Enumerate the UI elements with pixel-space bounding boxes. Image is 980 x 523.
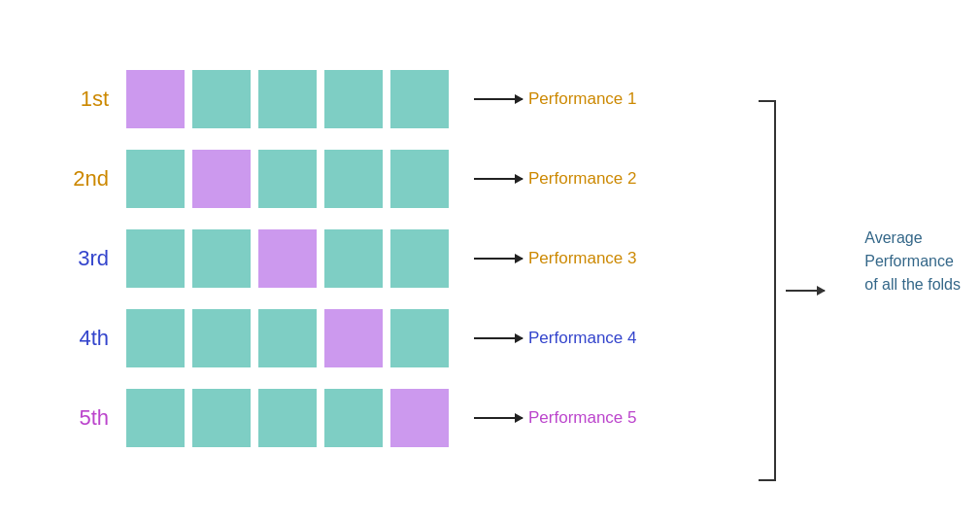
block-5-5 <box>389 387 451 449</box>
arrow-line-1 <box>474 98 523 100</box>
perf-label-1: Performance 1 <box>528 89 637 109</box>
arrow-perf-4: Performance 4 <box>474 329 637 348</box>
bracket <box>759 100 776 481</box>
block-2-2 <box>190 148 253 210</box>
fold-blocks-2 <box>124 148 451 210</box>
fold-row-5: 5thPerformance 5 <box>58 387 637 449</box>
block-3-5 <box>389 227 451 290</box>
block-4-5 <box>389 307 451 369</box>
arrow-perf-1: Performance 1 <box>474 89 637 109</box>
block-1-5 <box>389 68 451 130</box>
perf-label-5: Performance 5 <box>528 408 637 428</box>
perf-label-4: Performance 4 <box>528 329 637 348</box>
fold-blocks-1 <box>124 68 451 130</box>
block-3-1 <box>124 227 186 290</box>
fold-row-4: 4thPerformance 4 <box>58 307 637 369</box>
fold-blocks-3 <box>124 227 451 290</box>
arrow-line-4 <box>474 337 523 339</box>
fold-row-1: 1stPerformance 1 <box>58 68 637 130</box>
bracket-arrow-line <box>786 290 825 292</box>
bracket-arrow <box>786 290 825 292</box>
block-5-3 <box>256 387 319 449</box>
block-5-2 <box>190 387 253 449</box>
arrow-perf-5: Performance 5 <box>474 408 637 428</box>
block-4-1 <box>124 307 186 369</box>
block-2-1 <box>124 148 186 210</box>
block-1-2 <box>190 68 253 130</box>
arrow-perf-2: Performance 2 <box>474 169 637 189</box>
block-4-2 <box>190 307 253 369</box>
rows-container: 1stPerformance 12ndPerformance 23rdPerfo… <box>58 68 637 449</box>
block-5-1 <box>124 387 186 449</box>
block-5-4 <box>322 387 385 449</box>
bracket-container <box>757 100 776 481</box>
arrow-line-5 <box>474 417 523 419</box>
block-4-3 <box>256 307 319 369</box>
fold-label-3: 3rd <box>58 246 109 271</box>
block-4-4 <box>322 307 385 369</box>
avg-label: Average Performance of all the folds <box>864 227 961 296</box>
block-3-4 <box>322 227 385 290</box>
fold-label-5: 5th <box>58 405 109 431</box>
arrow-line-3 <box>474 258 523 260</box>
fold-row-2: 2ndPerformance 2 <box>58 148 637 210</box>
block-3-2 <box>190 227 253 290</box>
block-1-4 <box>322 68 385 130</box>
fold-blocks-4 <box>124 307 451 369</box>
arrow-line-2 <box>474 178 523 180</box>
block-2-5 <box>389 148 451 210</box>
fold-label-1: 1st <box>58 87 109 112</box>
fold-label-4: 4th <box>58 326 109 351</box>
perf-label-2: Performance 2 <box>528 169 637 189</box>
block-2-3 <box>256 148 319 210</box>
arrow-perf-3: Performance 3 <box>474 249 637 268</box>
block-3-3 <box>256 227 319 290</box>
perf-label-3: Performance 3 <box>528 249 637 268</box>
block-2-4 <box>322 148 385 210</box>
fold-blocks-5 <box>124 387 451 449</box>
block-1-3 <box>256 68 319 130</box>
block-1-1 <box>124 68 186 130</box>
fold-row-3: 3rdPerformance 3 <box>58 227 637 290</box>
fold-label-2: 2nd <box>58 166 109 192</box>
